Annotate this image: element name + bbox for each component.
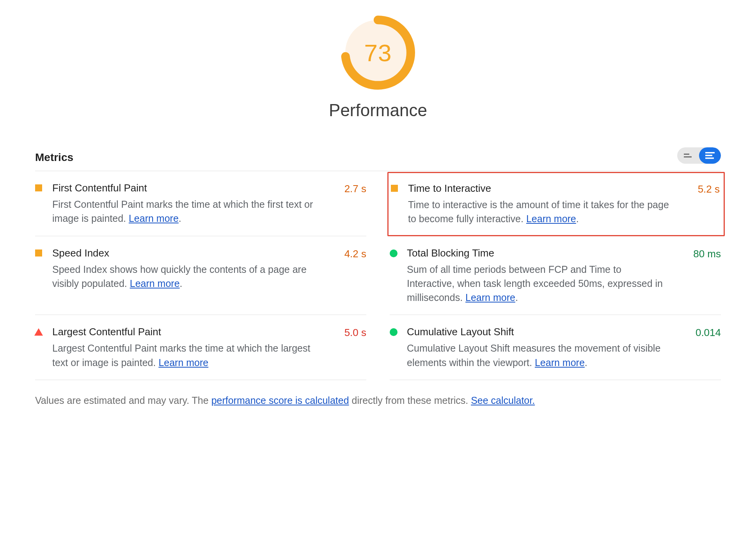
see-calculator-link[interactable]: See calculator. xyxy=(471,395,535,406)
triangle-fail-icon xyxy=(34,328,43,336)
square-average-icon xyxy=(391,185,398,192)
metric-cls: Cumulative Layout ShiftCumulative Layout… xyxy=(390,315,721,380)
category-title: Performance xyxy=(329,101,427,120)
view-toggle[interactable] xyxy=(677,147,721,164)
svg-rect-6 xyxy=(705,155,712,156)
metrics-heading: Metrics xyxy=(35,151,73,164)
metric-description: Speed Index shows how quickly the conten… xyxy=(52,262,316,291)
learn-more-link[interactable]: Learn more xyxy=(526,213,576,224)
score-gauge: 73 xyxy=(341,16,415,90)
metric-description: First Contentful Paint marks the time at… xyxy=(52,197,316,226)
learn-more-link[interactable]: Learn more xyxy=(129,213,179,224)
learn-more-link[interactable]: Learn more xyxy=(158,357,208,368)
metric-description: Cumulative Layout Shift measures the mov… xyxy=(407,341,670,370)
learn-more-link[interactable]: Learn more xyxy=(465,292,515,303)
metric-tti: Time to InteractiveTime to interactive i… xyxy=(387,172,725,236)
score-value: 73 xyxy=(341,16,415,90)
view-compact-button[interactable] xyxy=(677,147,699,164)
metric-value: 4.2 s xyxy=(323,247,366,305)
metric-value: 5.2 s xyxy=(677,182,720,226)
metric-title: Total Blocking Time xyxy=(407,247,670,259)
svg-rect-3 xyxy=(684,154,689,155)
metric-value: 5.0 s xyxy=(323,326,366,370)
metric-title: Speed Index xyxy=(52,247,316,259)
footer-note: Values are estimated and may vary. The p… xyxy=(35,395,721,406)
metric-description: Time to interactive is the amount of tim… xyxy=(408,198,669,226)
metric-title: Cumulative Layout Shift xyxy=(407,326,670,338)
svg-rect-5 xyxy=(705,152,715,154)
svg-rect-7 xyxy=(705,157,714,159)
view-expanded-button[interactable] xyxy=(699,147,721,164)
learn-more-link[interactable]: Learn more xyxy=(535,357,585,368)
metric-title: First Contentful Paint xyxy=(52,182,316,194)
metric-description: Sum of all time periods between FCP and … xyxy=(407,262,670,305)
circle-pass-icon xyxy=(390,328,398,336)
metric-title: Time to Interactive xyxy=(408,182,669,195)
metric-si: Speed IndexSpeed Index shows how quickly… xyxy=(35,236,366,315)
performance-gauge-section: 73 Performance xyxy=(35,16,721,120)
square-average-icon xyxy=(35,249,42,257)
metric-lcp: Largest Contentful PaintLargest Contentf… xyxy=(35,315,366,380)
metric-value: 0.014 xyxy=(678,326,721,370)
metric-title: Largest Contentful Paint xyxy=(52,326,316,338)
learn-more-link[interactable]: Learn more xyxy=(130,278,180,289)
metric-fcp: First Contentful PaintFirst Contentful P… xyxy=(35,171,366,236)
metric-value: 80 ms xyxy=(678,247,721,305)
svg-rect-4 xyxy=(684,156,692,157)
metric-value: 2.7 s xyxy=(323,182,366,226)
circle-pass-icon xyxy=(390,249,398,257)
perf-score-calc-link[interactable]: performance score is calculated xyxy=(211,395,349,406)
metric-tbt: Total Blocking TimeSum of all time perio… xyxy=(390,236,721,315)
metric-description: Largest Contentful Paint marks the time … xyxy=(52,341,316,370)
square-average-icon xyxy=(35,184,42,191)
